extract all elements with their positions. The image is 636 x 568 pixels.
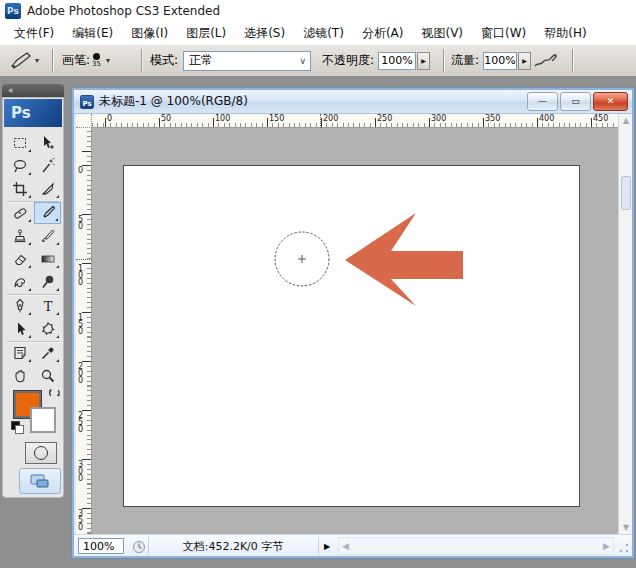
document-title-bar[interactable]: Ps 未标题-1 @ 100%(RGB/8) — ▭ ✕ (74, 90, 632, 114)
vertical-ruler[interactable]: 05 01 0 01 5 02 0 02 5 03 0 03 5 0 (76, 128, 92, 534)
resize-grip[interactable] (618, 542, 630, 554)
ruler-label: 3 0 0 (78, 461, 83, 482)
photoshop-logo: Ps (4, 99, 62, 127)
opacity-group: 不透明度: 100% ▶ (322, 45, 430, 76)
flow-input[interactable]: 100% (483, 52, 517, 70)
close-button[interactable]: ✕ (593, 92, 628, 111)
scroll-down-icon[interactable]: ▼ (619, 523, 633, 532)
timer-icon (132, 539, 146, 558)
history-brush-tool[interactable] (34, 225, 61, 247)
document-icon: Ps (80, 95, 94, 109)
menu-item[interactable]: 编辑(E) (66, 23, 125, 44)
menu-item[interactable]: 窗口(W) (475, 23, 538, 44)
pen-tool[interactable] (6, 295, 33, 317)
menu-item[interactable]: 文件(F) (8, 23, 66, 44)
flow-slider-button[interactable]: ▶ (518, 52, 531, 70)
cursor-position-marker (320, 114, 322, 128)
chevron-down-icon: ∨ (299, 56, 306, 66)
scroll-right-icon[interactable]: ▶ (603, 541, 610, 551)
brush-label: 画笔: (62, 52, 90, 69)
background-color-swatch[interactable] (30, 407, 56, 433)
toolbox-panel: Ps T (2, 97, 64, 498)
path-selection-tool[interactable] (6, 318, 33, 340)
smudge-tool[interactable] (6, 271, 33, 293)
crop-tool[interactable] (6, 178, 33, 200)
ruler-label: 5 0 (78, 216, 83, 230)
screen-mode-button[interactable] (19, 468, 61, 494)
vertical-scrollbar[interactable]: ▲ ▼ (618, 114, 632, 534)
status-separator (148, 537, 149, 555)
maximize-button[interactable]: ▭ (560, 92, 591, 111)
eyedropper-tool[interactable] (34, 342, 61, 364)
zoom-level-value: 100% (83, 540, 114, 553)
svg-text:T: T (43, 299, 52, 314)
eraser-tool[interactable] (6, 248, 33, 270)
gradient-tool[interactable] (34, 248, 61, 270)
ruler-label: 3 5 0 (78, 510, 83, 531)
document-info: 文档:452.2K/0 字节 (150, 539, 316, 554)
scroll-left-icon[interactable]: ◀ (342, 541, 349, 551)
horizontal-ruler[interactable]: 050100150200250300350400450 (92, 114, 618, 128)
ruler-label: 1 0 0 (78, 265, 83, 286)
chevron-down-icon[interactable]: ▾ (106, 56, 110, 65)
menu-item[interactable]: 分析(A) (356, 23, 416, 44)
opacity-slider-button[interactable]: ▶ (417, 52, 430, 70)
toolbox-collapse-bar[interactable]: « (2, 84, 64, 97)
ruler-origin-box[interactable] (76, 114, 92, 128)
lasso-tool[interactable] (6, 155, 33, 177)
canvas-artwork (123, 165, 580, 507)
options-separator (572, 49, 573, 72)
scroll-up-icon[interactable]: ▲ (619, 116, 633, 125)
menu-item[interactable]: 选择(S) (238, 23, 297, 44)
ruler-label: 50 (161, 115, 171, 123)
zoom-tool[interactable] (34, 365, 61, 387)
airbrush-toggle[interactable] (533, 45, 559, 76)
quick-mask-icon (34, 446, 48, 460)
brush-preview[interactable]: 35 (92, 53, 101, 68)
default-colors-icon[interactable] (11, 421, 23, 433)
rectangular-marquee-tool[interactable] (6, 132, 33, 154)
type-tool[interactable]: T (34, 295, 61, 317)
document-window: Ps 未标题-1 @ 100%(RGB/8) — ▭ ✕ 05010015020… (72, 88, 634, 558)
status-menu-button[interactable]: ▶ (320, 538, 334, 554)
mode-value: 正常 (189, 52, 213, 69)
brush-tip-icon (93, 53, 100, 60)
menu-item[interactable]: 滤镜(T) (297, 23, 356, 44)
clone-stamp-tool[interactable] (6, 225, 33, 247)
chevron-down-icon[interactable]: ▾ (35, 56, 39, 65)
slice-tool[interactable] (34, 178, 61, 200)
horizontal-scrollbar[interactable]: ◀ ▶ (338, 537, 614, 555)
scrollbar-thumb[interactable] (621, 176, 631, 210)
move-tool[interactable] (34, 132, 61, 154)
screen-mode-icon (28, 473, 52, 489)
quick-mask-button[interactable] (25, 442, 57, 464)
mode-group: 模式: 正常 ∨ (150, 45, 311, 76)
menu-item[interactable]: 视图(V) (415, 23, 475, 44)
brush-tool[interactable] (34, 202, 61, 224)
menu-item[interactable]: 图层(L) (180, 23, 238, 44)
arrow-shape (345, 213, 463, 306)
document-title: 未标题-1 @ 100%(RGB/8) (99, 93, 248, 110)
tool-preset-picker[interactable]: ▾ (8, 45, 39, 76)
mode-label: 模式: (150, 52, 178, 69)
options-separator (443, 49, 444, 72)
menu-item[interactable]: 图像(I) (125, 23, 180, 44)
flow-label: 流量: (451, 52, 479, 69)
magic-wand-tool[interactable] (34, 155, 61, 177)
cursor-position-marker (76, 259, 92, 261)
notes-tool[interactable] (6, 342, 33, 364)
custom-shape-tool[interactable] (34, 318, 61, 340)
canvas-area[interactable] (92, 128, 618, 534)
dodge-tool[interactable] (34, 271, 61, 293)
brush-cursor (275, 232, 329, 286)
hand-tool[interactable] (6, 365, 33, 387)
mode-select[interactable]: 正常 ∨ (183, 51, 311, 71)
brush-picker-group: 画笔: 35 ▾ (62, 45, 110, 76)
ruler-label: 1 5 0 (78, 314, 83, 335)
menu-item[interactable]: 帮助(H) (538, 23, 598, 44)
zoom-level-input[interactable]: 100% (78, 538, 124, 554)
minimize-button[interactable]: — (527, 92, 558, 111)
brush-tool-icon (8, 51, 32, 71)
healing-brush-tool[interactable] (6, 202, 33, 224)
opacity-input[interactable]: 100% (378, 52, 416, 70)
